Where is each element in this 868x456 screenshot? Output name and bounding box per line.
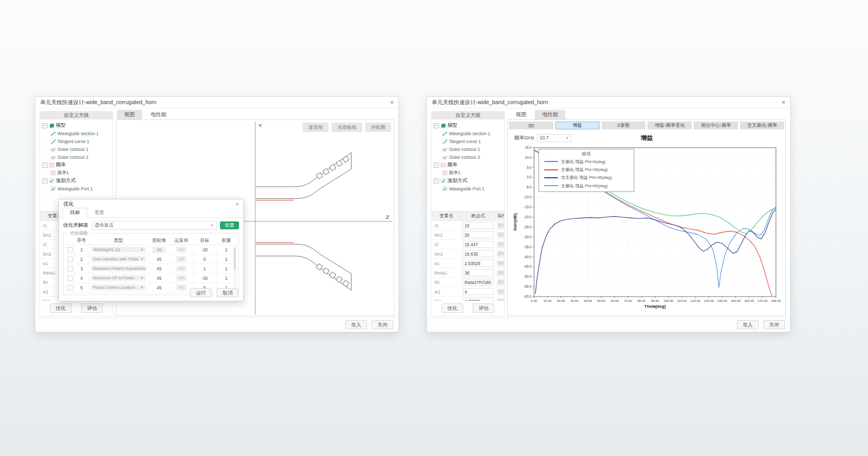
smooth-curve-button[interactable]: 光滑曲线 xyxy=(332,123,362,132)
run-button[interactable]: 运行 xyxy=(190,288,212,297)
close-icon[interactable]: × xyxy=(390,99,394,106)
collapse-toggle[interactable]: − xyxy=(42,123,47,128)
solver-select[interactable]: 遗传算法 ▼ xyxy=(92,221,217,230)
tab-view[interactable]: 视图 xyxy=(508,110,534,119)
outer-contour-button[interactable]: 外轮廓 xyxy=(365,123,391,132)
tree-item[interactable]: −模型 xyxy=(432,121,504,129)
svg-text:150.00: 150.00 xyxy=(731,299,741,302)
import-button[interactable]: 导入 xyxy=(345,320,367,329)
target-input[interactable]: -20 xyxy=(193,245,216,255)
collapse-toggle[interactable]: − xyxy=(42,178,47,184)
tree-item[interactable]: −激励方式 xyxy=(432,177,504,185)
operator-select[interactable]: <= xyxy=(176,275,186,281)
result-tab-3d[interactable]: 3D xyxy=(509,121,553,129)
tree-item[interactable]: Outer contour 2 xyxy=(432,153,504,161)
cancel-button[interactable]: 取消 xyxy=(217,288,238,297)
row-checkbox[interactable] xyxy=(67,247,73,252)
tree-item[interactable]: Waveguide Port 1 xyxy=(40,185,113,192)
delete-button[interactable]: 删除 xyxy=(497,260,505,267)
tree-item[interactable]: 频率1 xyxy=(40,169,113,177)
type-select[interactable]: Radiation Pattern Equalization▼ xyxy=(91,266,146,271)
tab-performance[interactable]: 电性能 xyxy=(143,110,174,119)
tab-view[interactable]: 视图 xyxy=(117,110,142,119)
operator-select[interactable]: <= xyxy=(176,285,186,290)
evaluate-button[interactable]: 评估 xyxy=(473,303,494,312)
result-tab-gain-frequency[interactable]: 增益-频率变化 xyxy=(647,121,692,129)
operator-select[interactable]: >= xyxy=(176,256,186,262)
delete-button[interactable]: 删除 xyxy=(497,232,505,238)
evaluate-button[interactable]: 评估 xyxy=(81,303,103,312)
frequency-select[interactable]: 10.7 ▼ xyxy=(537,134,572,142)
waveguide-section-button[interactable]: 波导段 xyxy=(303,123,328,132)
target-input[interactable]: 0 xyxy=(193,255,216,264)
tree-item[interactable]: Waveguide section 1 xyxy=(40,129,113,137)
optimize-button[interactable]: 优化 xyxy=(50,303,72,312)
result-tab-xpol-frequency[interactable]: 交叉极化-频率 xyxy=(740,121,784,129)
result-tab-gain[interactable]: 增益 xyxy=(555,121,600,129)
operator-select[interactable]: <= xyxy=(176,247,186,252)
tree-item[interactable]: Outer contour 1 xyxy=(40,145,113,153)
target-input[interactable]: -30 xyxy=(193,273,216,283)
close-icon[interactable]: × xyxy=(782,99,785,106)
weight-input[interactable]: 1 xyxy=(216,273,236,283)
modal-close-icon[interactable]: × xyxy=(236,201,239,207)
type-select[interactable]: Gain variation with Theta▼ xyxy=(91,256,146,262)
delete-button[interactable]: 删除 xyxy=(497,241,505,248)
expression-input[interactable]: 16.635 xyxy=(463,250,494,257)
delete-button[interactable]: 删除 xyxy=(497,279,505,286)
angle-input[interactable]: 45 xyxy=(156,285,161,290)
angle-input[interactable]: 45 xyxy=(156,257,161,262)
expression-input[interactable]: 10 xyxy=(463,222,494,229)
import-button[interactable]: 导入 xyxy=(737,320,759,329)
close-button[interactable]: 关闭 xyxy=(372,320,393,329)
collapse-toggle[interactable]: − xyxy=(42,163,47,168)
angle-input[interactable]: 45 xyxy=(156,276,161,281)
tree-item[interactable]: Outer contour 1 xyxy=(432,145,504,153)
optimize-button[interactable]: 优化 xyxy=(442,303,463,312)
type-select[interactable]: Maximum XP to Peake▼ xyxy=(91,275,146,281)
result-tab-phase-center-frequency[interactable]: 相位中心-频率 xyxy=(694,121,738,129)
close-button[interactable]: 关闭 xyxy=(763,320,785,329)
collapse-toggle[interactable]: − xyxy=(434,163,439,168)
delete-button[interactable]: 删除 xyxy=(497,289,505,295)
modal-tab-variable[interactable]: 变量 xyxy=(87,208,111,217)
row-checkbox[interactable] xyxy=(67,276,73,281)
tree-item[interactable]: 频率1 xyxy=(432,169,504,177)
result-tab-sparameters[interactable]: S参数 xyxy=(602,121,646,129)
weight-input[interactable]: 1 xyxy=(216,245,236,255)
tree-item[interactable]: Waveguide section 1 xyxy=(432,129,504,137)
tree-item[interactable]: −频率 xyxy=(40,161,113,169)
row-checkbox[interactable] xyxy=(67,266,73,271)
tree-item[interactable]: −激励方式 xyxy=(40,177,113,185)
weight-input[interactable]: 1 xyxy=(216,255,236,264)
angle-input[interactable]: 45 xyxy=(156,266,161,271)
weight-input[interactable]: 1 xyxy=(216,264,236,273)
delete-button[interactable]: 删除 xyxy=(497,222,505,229)
type-select[interactable]: dB(Mag(S1,1))▼ xyxy=(91,247,146,252)
expression-input[interactable]: theta1*PI/180 xyxy=(463,279,494,286)
tree-item[interactable]: Tangent curve 1 xyxy=(432,137,504,145)
collapse-toggle[interactable]: − xyxy=(434,178,439,184)
row-checkbox[interactable] xyxy=(67,257,73,262)
expression-input[interactable]: 2.53526 xyxy=(463,260,494,267)
row-checkbox[interactable] xyxy=(67,285,73,290)
delete-button[interactable]: 删除 xyxy=(497,270,505,276)
expression-input[interactable]: 4 xyxy=(463,288,494,295)
expression-input[interactable]: 15.447 xyxy=(463,241,494,248)
tree-item[interactable]: Waveguide Port 1 xyxy=(432,185,504,192)
cost-table-scrollbar[interactable] xyxy=(234,247,236,289)
expression-input[interactable]: 20 xyxy=(463,231,494,238)
settings-button[interactable]: 设置 xyxy=(220,221,239,229)
modal-tab-target[interactable]: 目标 xyxy=(63,208,87,218)
target-input[interactable]: 1 xyxy=(193,264,216,273)
tree-item[interactable]: −模型 xyxy=(40,121,113,129)
delete-button[interactable]: 删除 xyxy=(497,251,505,257)
tree-item[interactable]: Outer contour 2 xyxy=(40,153,113,161)
tree-item[interactable]: −频率 xyxy=(432,161,504,169)
tab-performance[interactable]: 电性能 xyxy=(535,110,565,119)
tree-item[interactable]: Tangent curve 1 xyxy=(40,137,113,145)
type-select[interactable]: Phase Centre Location▼ xyxy=(91,285,146,290)
expression-input[interactable]: 38 xyxy=(463,269,494,276)
collapse-toggle[interactable]: − xyxy=(434,123,439,128)
operator-select[interactable]: <= xyxy=(176,266,186,271)
